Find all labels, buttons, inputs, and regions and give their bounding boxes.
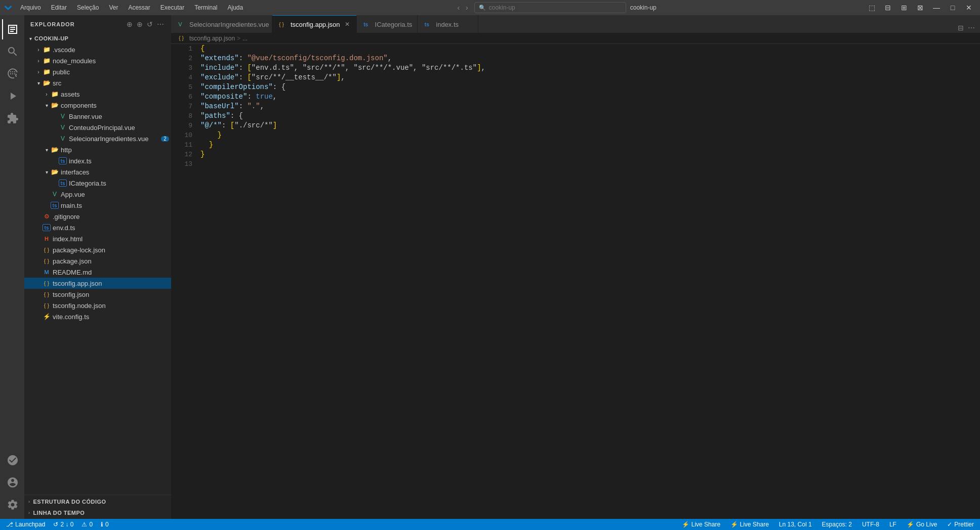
tab-selecionar-ingredientes[interactable]: V SelecionarIngredientes.vue 2 <box>171 15 272 33</box>
tree-item-app-vue[interactable]: › V App.vue <box>24 189 171 200</box>
tree-item-icategoria-ts[interactable]: › ts ICategoria.ts <box>24 178 171 189</box>
tree-item-src[interactable]: ▾ 📂 src <box>24 77 171 89</box>
activity-settings[interactable] <box>2 495 22 515</box>
tree-item-main-ts[interactable]: › ts main.ts <box>24 200 171 211</box>
statusbar-prettier[interactable]: ✓ Prettier <box>945 519 976 530</box>
tree-item-assets[interactable]: › 📁 assets <box>24 89 171 100</box>
tree-item-banner-vue[interactable]: › V Banner.vue <box>24 111 171 122</box>
statusbar-encoding[interactable]: Espaços: 2 <box>820 519 854 530</box>
tree-item-interfaces[interactable]: ▾ 📂 interfaces <box>24 166 171 178</box>
tree-item-gitignore[interactable]: › ⚙ .gitignore <box>24 211 171 222</box>
breadcrumb-file[interactable]: tsconfig.app.json <box>189 35 235 42</box>
menu-item-ajuda[interactable]: Ajuda <box>224 3 248 12</box>
maximize-button[interactable]: □ <box>946 1 960 15</box>
sidebar-header-title: Explorador <box>30 21 75 27</box>
tree-item-http-index-ts[interactable]: › ts index.ts <box>24 155 171 166</box>
menu-item-ver[interactable]: Ver <box>105 3 122 12</box>
tree-item-components[interactable]: ▾ 📂 components <box>24 100 171 111</box>
statusbar-spaces[interactable]: Ln 13, Col 1 <box>777 519 814 530</box>
tree-item-http[interactable]: ▾ 📂 http <box>24 144 171 155</box>
chevron-right-icon: › <box>34 57 43 65</box>
split-editor-button[interactable]: ⊟ <box>957 23 965 33</box>
new-file-button[interactable]: ⊕ <box>126 19 134 29</box>
tree-label-index-html: index.html <box>53 235 169 243</box>
tree-item-tsconfig-node-json[interactable]: › { } tsconfig.node.json <box>24 300 171 311</box>
tab-tsconfig-app-json[interactable]: { } tsconfig.app.json ✕ <box>272 15 357 33</box>
code-line-9: "@/*": ["./src/*"] <box>200 121 969 130</box>
tree-item-vscode[interactable]: › 📁 .vscode <box>24 44 171 55</box>
activity-remote[interactable] <box>2 450 22 470</box>
layout2-button[interactable]: ⊟ <box>881 1 895 15</box>
layout3-button[interactable]: ⊞ <box>897 1 911 15</box>
sidebar-header: Explorador ⊕ ⊕ ↺ ⋯ <box>24 15 171 33</box>
line-number-3: 3 <box>175 63 192 73</box>
tree-label-components: components <box>61 102 159 109</box>
activity-account[interactable] <box>2 472 22 493</box>
search-bar[interactable]: 🔍 <box>474 2 626 13</box>
editor-scrollbar[interactable] <box>973 44 980 519</box>
minimize-button[interactable]: — <box>929 1 944 15</box>
chevron-down-icon: ▾ <box>43 101 51 109</box>
statusbar-golive[interactable]: ⚡ Go Live <box>905 519 939 530</box>
new-folder-button[interactable]: ⊕ <box>136 19 144 29</box>
code-line-11: } <box>200 140 969 150</box>
activity-explorer[interactable] <box>2 19 22 39</box>
tree-item-tsconfig-json[interactable]: › { } tsconfig.json <box>24 289 171 300</box>
tree-item-package-json[interactable]: › { } package.json <box>24 255 171 267</box>
activity-search[interactable] <box>2 41 22 62</box>
tree-item-node-modules[interactable]: › 📁 node_modules <box>24 55 171 66</box>
menu-item-seleção[interactable]: Seleção <box>73 3 103 12</box>
tab-icategoria-ts[interactable]: ts ICategoria.ts <box>357 15 418 33</box>
nav-back-button[interactable]: ‹ <box>455 3 462 13</box>
layout4-button[interactable]: ⊠ <box>913 1 927 15</box>
statusbar-left: ⎇ Launchpad ↺ 2 ↓ 0 ⚠ 0 ℹ 0 <box>4 519 111 530</box>
activity-git[interactable] <box>2 64 22 84</box>
collapse-all-button[interactable]: ⋯ <box>156 19 165 29</box>
activity-run[interactable] <box>2 86 22 106</box>
line-number-2: 2 <box>175 54 192 63</box>
tree-item-package-lock[interactable]: › { } package-lock.json <box>24 244 171 255</box>
statusbar-language-label: LF <box>889 521 896 528</box>
layout1-button[interactable]: ⬚ <box>865 1 879 15</box>
timeline-panel-header[interactable]: › LINHA DO TEMPO <box>24 507 171 518</box>
refresh-button[interactable]: ↺ <box>146 19 154 29</box>
more-actions-button[interactable]: ⋯ <box>967 23 976 33</box>
golive-icon: ⚡ <box>907 521 914 528</box>
line-number-13: 13 <box>175 159 192 169</box>
statusbar-position[interactable]: ⚡ Live Share <box>728 519 771 530</box>
structure-panel-header[interactable]: › ESTRUTURA DO CÓDIGO <box>24 496 171 507</box>
tab-index-ts[interactable]: ts index.ts <box>418 15 478 33</box>
close-button[interactable]: ✕ <box>962 1 976 15</box>
statusbar-eol[interactable]: UTF-8 <box>860 519 881 530</box>
vue-icon: V <box>59 112 67 120</box>
tree-item-public[interactable]: › 📁 public <box>24 66 171 77</box>
menu-item-editar[interactable]: Editar <box>47 3 71 12</box>
statusbar-sync[interactable]: ↺ 2 ↓ 0 <box>51 519 75 530</box>
statusbar-live-share[interactable]: ⚡ Live Share <box>680 519 722 530</box>
tab-close-button[interactable]: ✕ <box>343 20 351 28</box>
tree-item-selecionar-vue[interactable]: › V SelecionarIngredientes.vue 2 <box>24 133 171 144</box>
line-number-7: 7 <box>175 102 192 111</box>
statusbar-info[interactable]: ℹ 0 <box>99 519 111 530</box>
tree-item-conteudo-vue[interactable]: › V ConteudoPrincipal.vue <box>24 122 171 133</box>
tree-item-readme[interactable]: › M README.md <box>24 267 171 278</box>
menu-item-acessar[interactable]: Acessar <box>124 3 154 12</box>
tree-item-env-d-ts[interactable]: › ts env.d.ts <box>24 222 171 233</box>
ts-icon: ts <box>59 157 67 164</box>
activity-extensions[interactable] <box>2 108 22 128</box>
sync-icon: ↺ <box>53 521 58 528</box>
menu-item-arquivo[interactable]: Arquivo <box>16 3 45 12</box>
tabs-bar: V SelecionarIngredientes.vue 2 { } tscon… <box>171 15 980 33</box>
tree-root[interactable]: ▾ COOKIN-UP <box>24 33 171 44</box>
statusbar-errors[interactable]: ⚠ 0 <box>79 519 95 530</box>
nav-forward-button[interactable]: › <box>464 3 470 13</box>
tree-item-index-html[interactable]: › H index.html <box>24 233 171 244</box>
statusbar-branch[interactable]: ⎇ Launchpad <box>4 519 47 530</box>
menu-item-terminal[interactable]: Terminal <box>190 3 221 12</box>
search-input[interactable] <box>489 4 622 11</box>
tree-item-vite-config[interactable]: › ⚡ vite.config.ts <box>24 311 171 322</box>
statusbar-language[interactable]: LF <box>887 519 899 530</box>
tree-item-tsconfig-app-json[interactable]: › { } tsconfig.app.json <box>24 278 171 289</box>
code-content[interactable]: { "extends": "@vue/tsconfig/tsconfig.dom… <box>196 44 973 519</box>
menu-item-executar[interactable]: Executar <box>156 3 188 12</box>
